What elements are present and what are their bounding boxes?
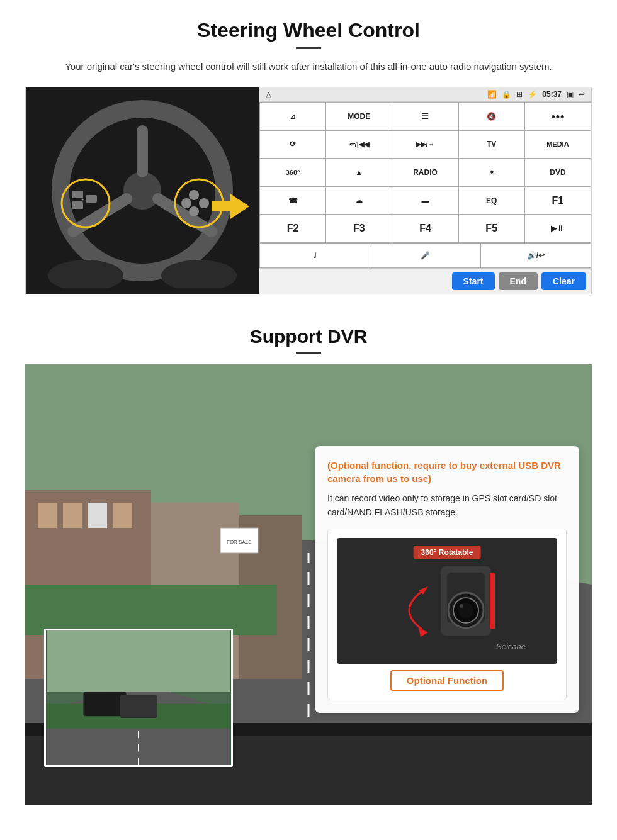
steering-description: Your original car's steering wheel contr… bbox=[50, 59, 567, 74]
end-button[interactable]: End bbox=[499, 272, 538, 290]
steering-interface: + ↑ ↓ △ bbox=[25, 87, 592, 294]
dvr-content: FOR SALE bbox=[25, 364, 592, 805]
radio-btn-brightness[interactable]: ✦ bbox=[459, 159, 524, 186]
bluetooth-icon: ⚡ bbox=[528, 90, 537, 99]
radio-btn-radio[interactable]: RADIO bbox=[392, 159, 458, 186]
radio-btn-f3[interactable]: F3 bbox=[326, 215, 392, 242]
svg-rect-28 bbox=[88, 503, 107, 528]
radio-btn-mic[interactable]: 🎤 bbox=[370, 244, 480, 267]
radio-btn-angle[interactable]: ⊿ bbox=[260, 103, 325, 130]
radio-btn-f4[interactable]: F4 bbox=[392, 215, 458, 242]
radio-btn-mode[interactable]: MODE bbox=[326, 103, 392, 130]
radio-btn-mute[interactable]: 🔇 bbox=[459, 103, 524, 130]
steering-title: Steering Wheel Control bbox=[25, 19, 592, 42]
dvr-title: Support DVR bbox=[25, 326, 592, 347]
svg-rect-32 bbox=[25, 585, 277, 635]
svg-point-14 bbox=[189, 190, 199, 200]
radio-btn-phone[interactable]: ☎ bbox=[260, 187, 325, 215]
radio-btn-vol[interactable]: 🔊/↩ bbox=[481, 244, 591, 267]
optional-function-button[interactable]: Optional Function bbox=[390, 670, 504, 691]
dvr-camera-visual: 360° Rotatable bbox=[337, 538, 557, 664]
svg-point-16 bbox=[189, 206, 199, 216]
back-icon: ↩ bbox=[579, 90, 585, 99]
radio-btn-f1[interactable]: F1 bbox=[525, 187, 591, 215]
radio-btn-music[interactable]: ♩ bbox=[260, 244, 370, 267]
svg-rect-9 bbox=[86, 195, 97, 203]
radio-btn-eject[interactable]: ▲ bbox=[326, 159, 392, 186]
rotatable-badge: 360° Rotatable bbox=[414, 546, 481, 559]
svg-text:+: + bbox=[81, 198, 84, 202]
radio-btn-prev[interactable]: ⇐/|◀◀ bbox=[326, 131, 392, 159]
radio-btn-menu[interactable]: ☰ bbox=[392, 103, 458, 130]
svg-rect-47 bbox=[83, 692, 126, 716]
radio-action-row: Start End Clear bbox=[259, 268, 591, 294]
steering-section: Steering Wheel Control Your original car… bbox=[0, 0, 617, 307]
radio-ui-panel: △ 📶 🔒 ⊞ ⚡ 05:37 ▣ ↩ ⊿ MODE ☰ 🔇 bbox=[259, 87, 591, 294]
radio-btn-360[interactable]: 360° bbox=[260, 159, 325, 186]
radio-btn-media[interactable]: MEDIA bbox=[525, 131, 591, 159]
svg-text:↓: ↓ bbox=[74, 203, 76, 207]
radio-btn-refresh[interactable]: ⟳ bbox=[260, 131, 325, 159]
dvr-info-box: (Optional function, require to buy exter… bbox=[315, 446, 579, 713]
radio-btn-screen[interactable]: ▬ bbox=[392, 187, 458, 215]
radio-btn-dots[interactable]: ●●● bbox=[525, 103, 591, 130]
status-time: 05:37 bbox=[542, 90, 562, 99]
svg-rect-29 bbox=[113, 503, 132, 528]
grid-icon: ⊞ bbox=[516, 90, 523, 99]
dvr-inset-photo bbox=[44, 629, 233, 767]
lock-icon: 🔒 bbox=[502, 90, 511, 99]
dvr-description: It can record video only to storage in G… bbox=[327, 491, 567, 520]
radio-btn-tv[interactable]: TV bbox=[459, 131, 524, 159]
svg-point-17 bbox=[181, 198, 191, 208]
start-button[interactable]: Start bbox=[452, 272, 495, 290]
radio-btn-dvd[interactable]: DVD bbox=[525, 159, 591, 186]
radio-status-right: 📶 🔒 ⊞ ⚡ 05:37 ▣ ↩ bbox=[487, 90, 585, 99]
svg-point-54 bbox=[460, 604, 463, 608]
radio-btn-web[interactable]: ☁ bbox=[326, 187, 392, 215]
svg-rect-27 bbox=[63, 503, 82, 528]
dvr-background-photo: FOR SALE bbox=[25, 364, 592, 805]
radio-row6: ♩ 🎤 🔊/↩ bbox=[259, 243, 591, 268]
radio-button-grid: ⊿ MODE ☰ 🔇 ●●● ⟳ ⇐/|◀◀ ▶▶/→ TV MEDIA 360… bbox=[259, 102, 591, 243]
dvr-title-divider bbox=[296, 352, 321, 354]
svg-point-15 bbox=[199, 198, 209, 208]
dvr-section: Support DVR bbox=[0, 307, 617, 817]
svg-rect-26 bbox=[38, 503, 57, 528]
svg-text:FOR SALE: FOR SALE bbox=[227, 539, 252, 545]
svg-text:↑: ↑ bbox=[74, 193, 76, 196]
wifi-icon: 📶 bbox=[487, 90, 497, 99]
home-icon: △ bbox=[266, 90, 271, 99]
svg-rect-55 bbox=[490, 573, 495, 629]
svg-rect-19 bbox=[212, 201, 232, 211]
radio-btn-f5[interactable]: F5 bbox=[459, 215, 524, 242]
svg-rect-48 bbox=[120, 695, 157, 718]
radio-btn-next[interactable]: ▶▶/→ bbox=[392, 131, 458, 159]
clear-button[interactable]: Clear bbox=[541, 272, 586, 290]
title-divider bbox=[296, 47, 321, 49]
svg-marker-56 bbox=[419, 628, 428, 637]
radio-btn-eq[interactable]: EQ bbox=[459, 187, 524, 215]
radio-btn-f2[interactable]: F2 bbox=[260, 215, 325, 242]
radio-status-left: △ bbox=[266, 90, 271, 99]
svg-rect-43 bbox=[47, 630, 230, 692]
seicane-watermark: Seicane bbox=[496, 642, 526, 651]
window-icon: ▣ bbox=[567, 90, 574, 99]
radio-status-bar: △ 📶 🔒 ⊞ ⚡ 05:37 ▣ ↩ bbox=[259, 87, 591, 102]
radio-btn-playpause[interactable]: ▶⏸ bbox=[525, 215, 591, 242]
dvr-optional-title: (Optional function, require to buy exter… bbox=[327, 459, 567, 485]
steering-wheel-photo: + ↑ ↓ bbox=[26, 87, 259, 294]
dvr-camera-box: 360° Rotatable bbox=[327, 529, 567, 700]
